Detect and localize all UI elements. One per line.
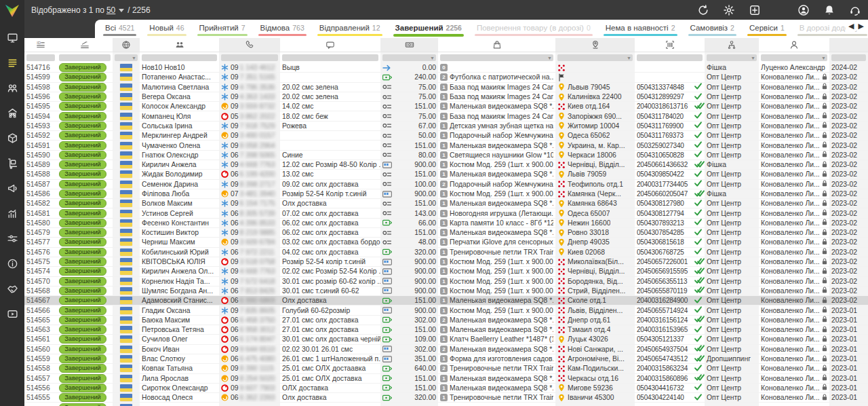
- filter-dropdown[interactable]: ▼: [115, 54, 138, 61]
- order-row-514599[interactable]: 514599ЗавершенийПотапенко Анастас...097 …: [24, 73, 868, 82]
- sidebar-item-sliders-icon[interactable]: [0, 226, 24, 251]
- avatar-icon[interactable]: [797, 4, 810, 16]
- sidebar-item-people-icon[interactable]: [0, 75, 24, 100]
- tab-нема-в-наявності[interactable]: Нема в наявності2: [598, 20, 683, 38]
- order-row-514574[interactable]: 514574ЗавершенийКирилич Анжела Ол...094 …: [24, 267, 868, 276]
- order-row-514579[interactable]: 514579ЗавершенийКостишин Виктор098 219 9…: [24, 228, 868, 238]
- quantity-badge: 1: [440, 122, 448, 130]
- order-row-514576[interactable]: 514576ЗавершенийКобилинський Юрий067 972…: [24, 248, 868, 257]
- order-row-514555[interactable]: 514555ЗавершенийНовосад Олеся066 362 239…: [24, 393, 868, 403]
- tab-завершений[interactable]: Завершений2256: [388, 20, 469, 38]
- filter-input[interactable]: [831, 54, 866, 61]
- filter-input[interactable]: [26, 54, 55, 61]
- add-icon[interactable]: [749, 4, 761, 16]
- order-row-514589[interactable]: 514589ЗавершенийКирилич Анжела094 668 77…: [24, 160, 868, 170]
- tracking-number: 20400316153965: [637, 326, 694, 333]
- page-size-select[interactable]: 50: [106, 5, 115, 15]
- column-header-comment-icon[interactable]: [280, 38, 380, 52]
- headset-icon[interactable]: [849, 4, 861, 16]
- tab-новый[interactable]: Новый46: [142, 20, 191, 38]
- column-header-people-icon[interactable]: [140, 38, 219, 52]
- order-row-514556[interactable]: 514556ЗавершенийСиротюк Олександр099 607…: [24, 384, 868, 393]
- order-row-514560[interactable]: 514560ЗавершенийБокоч Иван099 644 651002…: [24, 345, 868, 354]
- tab-повернення-товару-в-дорозі-[interactable]: Повернення товару (в дорозі)0: [469, 20, 598, 38]
- sidebar-item-store-icon[interactable]: [0, 100, 24, 126]
- filter-dropdown[interactable]: ▼: [382, 54, 436, 61]
- column-header-person-icon[interactable]: [759, 38, 829, 52]
- bell-icon[interactable]: [823, 4, 835, 16]
- order-row-514570[interactable]: 514570ЗавершенийКорнелюк Надія Та...097 …: [24, 277, 868, 287]
- filter-dropdown[interactable]: ▼: [707, 54, 757, 61]
- filter-input[interactable]: [142, 54, 217, 61]
- order-row-514575[interactable]: 514575ЗавершенийКВІТОВСЬКА ЮЛІЯ093 518 0…: [24, 257, 868, 267]
- sidebar-item-monitor-icon[interactable]: [0, 25, 24, 50]
- column-header-phone-icon[interactable]: [219, 38, 280, 52]
- tab-прийнятий[interactable]: Прийнятий7: [192, 20, 253, 38]
- tab-всі[interactable]: Всі4521: [98, 20, 142, 38]
- order-row-514581[interactable]: 514581ЗавершенийУстинов Сергей068 305 57…: [24, 208, 868, 218]
- column-header-org-icon[interactable]: [705, 38, 759, 52]
- order-row-514586[interactable]: 514586ЗавершенийФіліпова Люба073 481 394…: [24, 189, 868, 199]
- sidebar-item-megaphone-icon[interactable]: [0, 176, 24, 201]
- order-row-514592[interactable]: 514592ЗавершенийМерклингер Андрей093 490…: [24, 131, 868, 141]
- delivery-cell: Камянка 68643: [555, 199, 635, 208]
- order-row-514591[interactable]: 514591ЗавершенийЧумаченко Олена098 058 2…: [24, 141, 868, 150]
- sidebar-item-package-icon[interactable]: [0, 126, 24, 151]
- sidebar-item-cart-icon[interactable]: [0, 151, 24, 176]
- tab-відправлений[interactable]: Відправлений12: [312, 20, 388, 38]
- gear-icon[interactable]: [723, 4, 735, 16]
- filter-input[interactable]: [637, 54, 703, 61]
- order-row-514566[interactable]: 514566ЗавершенийГладик Оксана097 835 860…: [24, 306, 868, 315]
- order-row-514590[interactable]: 514590ЗавершенийГнатюк Олексндр067 398 5…: [24, 151, 868, 160]
- sidebar-item-video-icon[interactable]: [0, 301, 24, 327]
- order-row-514582[interactable]: 514582ЗавершенийВолков Максим096 154 717…: [24, 199, 868, 208]
- column-header-pin-icon[interactable]: [555, 38, 635, 52]
- order-row-514593[interactable]: 514593ЗавершенийСольська Ірина097 918 75…: [24, 122, 868, 131]
- sidebar-item-stats-icon[interactable]: [0, 201, 24, 226]
- order-row-514559[interactable]: 514559ЗавершенийВлас Слотюу066 475 40802…: [24, 354, 868, 364]
- filter-dropdown[interactable]: ▼: [761, 54, 827, 61]
- order-row-514594[interactable]: 514594ЗавершенийКомпанец Юля053 862 2022…: [24, 111, 868, 121]
- sidebar-item-orders-list-icon[interactable]: [0, 50, 24, 75]
- order-row-514558[interactable]: 514558ЗавершенийКовпак Татьяна098 390 11…: [24, 364, 868, 373]
- phone-prefix: 05: [231, 113, 239, 120]
- tab-сервіси[interactable]: Сервіси1: [742, 20, 792, 38]
- order-row-514563[interactable]: 514563ЗавершенийПетровська Тетяна066 958…: [24, 325, 868, 335]
- column-header-status-icon[interactable]: [57, 38, 113, 52]
- order-row-514568[interactable]: 514568ЗавершенийШумляс Богдана Ан...067 …: [24, 287, 868, 296]
- order-row-514716[interactable]: 514716ЗавершенийНов10 Нов10091 143 4612В…: [24, 63, 868, 73]
- refresh-icon[interactable]: [697, 4, 709, 16]
- tab-самовивіз[interactable]: Самовивіз2: [683, 20, 742, 38]
- filter-input[interactable]: [59, 54, 111, 61]
- order-row-514557[interactable]: 514557ЗавершенийЛила Ярослав098 254 5020…: [24, 374, 868, 384]
- sidebar-item-info-icon[interactable]: [0, 251, 24, 276]
- sidebar-item-handshake-icon[interactable]: [0, 276, 24, 301]
- column-header-barcode-icon[interactable]: [635, 38, 705, 52]
- app-logo-icon[interactable]: [3, 2, 21, 20]
- tab-відмова[interactable]: Відмова763: [253, 20, 312, 38]
- chevron-down-icon[interactable]: [119, 9, 124, 12]
- order-row-514561[interactable]: 514561ЗавершенийСучилов Олег066 174 8047…: [24, 335, 868, 344]
- order-row-514565[interactable]: 514565ЗавершенийБаюка Максим066 458 3750…: [24, 316, 868, 325]
- column-header-none[interactable]: [829, 38, 868, 52]
- tabs-scroll-right-icon[interactable]: ▶: [859, 22, 864, 31]
- column-header-id-icon[interactable]: ID: [24, 38, 57, 52]
- customer-name: Нов10 Нов10: [140, 63, 219, 72]
- tabs-scroll-left-icon[interactable]: ◀: [848, 22, 854, 31]
- order-row-514588[interactable]: 514588ЗавершенийЖидак Володимир066 199 4…: [24, 170, 868, 179]
- order-row-514595[interactable]: 514595ЗавершенийКолосок Александр093 559…: [24, 102, 868, 111]
- order-row[interactable]: Завершений: [24, 403, 868, 406]
- order-row-514577[interactable]: 514577ЗавершенийЧерниш Максим093 609 678…: [24, 238, 868, 247]
- filter-input[interactable]: [282, 54, 378, 61]
- column-header-globe-icon[interactable]: [113, 38, 140, 52]
- filter-dropdown[interactable]: ▼: [440, 54, 553, 61]
- order-row-514598[interactable]: 514598ЗавершенийМалютина Светлана094 796…: [24, 83, 868, 92]
- filter-input[interactable]: [221, 54, 278, 61]
- order-row-514587[interactable]: 514587ЗавершенийСеменюк Дарина098 398 27…: [24, 180, 868, 189]
- filter-dropdown[interactable]: ▼: [557, 54, 633, 61]
- column-header-money-icon[interactable]: [380, 38, 438, 52]
- order-row-514596[interactable]: 514596ЗавершенийВегера Оксана094 363 143…: [24, 92, 868, 102]
- column-header-bag-icon[interactable]: [438, 38, 555, 52]
- order-row-514580[interactable]: 514580ЗавершенийФесенко Константин064 39…: [24, 219, 868, 228]
- order-row-514567[interactable]: 514567ЗавершенийАдамовский Станис...066 …: [24, 296, 868, 306]
